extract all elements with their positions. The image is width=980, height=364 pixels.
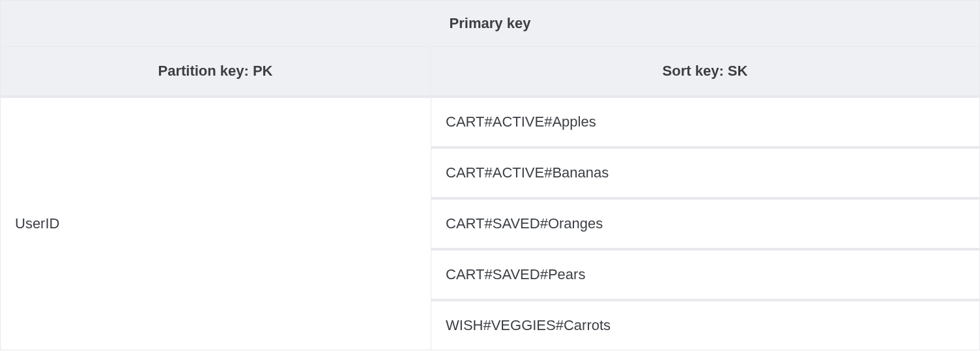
key-schema-table: Primary key Partition key: PK Sort key: …: [0, 0, 980, 350]
sort-key-header: Sort key: SK: [431, 47, 979, 95]
sort-key-value: CART#ACTIVE#Bananas: [431, 146, 979, 197]
primary-key-header: Primary key: [1, 1, 979, 47]
sort-key-value: CART#ACTIVE#Apples: [431, 98, 979, 146]
partition-key-header: Partition key: PK: [1, 47, 431, 95]
sort-key-column: CART#ACTIVE#Apples CART#ACTIVE#Bananas C…: [431, 98, 979, 350]
partition-key-value: UserID: [1, 98, 431, 350]
sort-key-value: WISH#VEGGIES#Carrots: [431, 299, 979, 350]
sort-key-value: CART#SAVED#Oranges: [431, 197, 979, 248]
sort-key-value: CART#SAVED#Pears: [431, 248, 979, 299]
table-row: UserID CART#ACTIVE#Apples CART#ACTIVE#Ba…: [1, 95, 979, 350]
key-type-header-row: Partition key: PK Sort key: SK: [1, 47, 979, 95]
